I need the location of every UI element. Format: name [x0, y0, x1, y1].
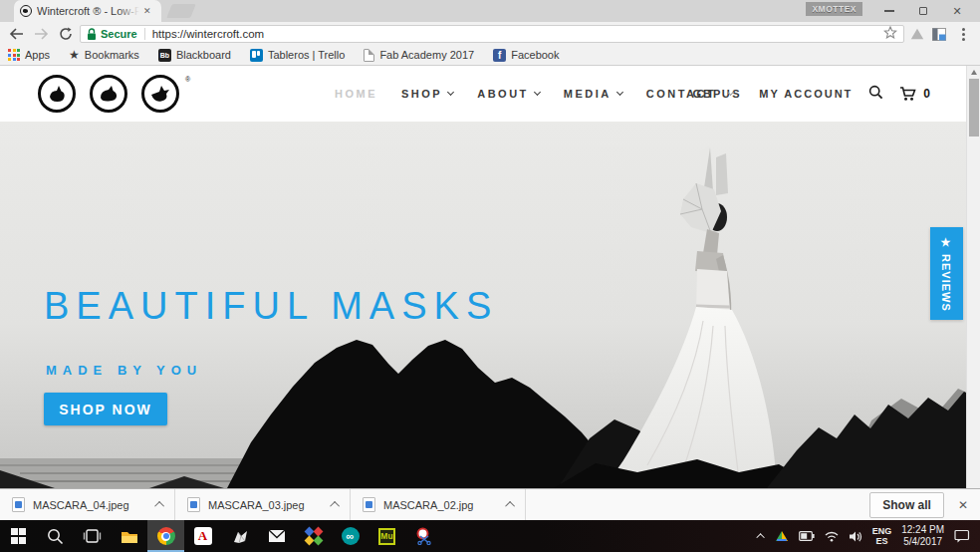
- webpage-viewport: ® HOME SHOP ABOUT MEDIA CONTACT US GBP M…: [0, 66, 980, 488]
- browser-tab[interactable]: Wintercroft ® - Low-Pol ✕: [14, 0, 161, 22]
- show-all-button[interactable]: Show all: [869, 492, 944, 518]
- download-item[interactable]: MASCARA_02.jpg: [351, 489, 526, 520]
- main-nav: HOME SHOP ABOUT MEDIA CONTACT US: [335, 66, 742, 122]
- bird-logo-icon: [141, 75, 179, 113]
- reviews-tab[interactable]: ★ REVIEWS: [930, 227, 963, 320]
- download-item[interactable]: MASCARA_03.jpeg: [175, 489, 351, 520]
- refresh-icon: [59, 27, 73, 41]
- bookmark-trello[interactable]: Tableros | Trello: [250, 49, 345, 62]
- forward-arrow-icon: [34, 28, 49, 40]
- download-item[interactable]: MASCARA_04.jpeg: [0, 489, 175, 520]
- taskbar-search-button[interactable]: [37, 520, 74, 552]
- bookmark-bookmarks[interactable]: ★ Bookmarks: [69, 49, 139, 61]
- folder-icon: [121, 529, 138, 544]
- color-diamonds-app-button[interactable]: [295, 520, 332, 552]
- bookmark-fab-academy[interactable]: Fab Academy 2017: [364, 49, 474, 62]
- new-tab-button[interactable]: [166, 4, 196, 18]
- nav-label: MEDIA: [564, 88, 612, 100]
- chrome-icon: [157, 527, 175, 545]
- site-favicon-icon: [20, 5, 32, 17]
- autocad-icon: A: [194, 527, 212, 545]
- mail-button[interactable]: [258, 520, 295, 552]
- minimize-button[interactable]: [874, 0, 904, 22]
- nav-label: SHOP: [401, 88, 442, 100]
- tab-title: Wintercroft ® - Low-Pol: [37, 5, 139, 17]
- registered-mark: ®: [185, 76, 190, 83]
- scrollbar-thumb[interactable]: [969, 79, 979, 137]
- papercraft-icon: [231, 528, 249, 545]
- site-logos[interactable]: ®: [38, 75, 190, 113]
- url-text[interactable]: https://wintercroft.com: [152, 28, 264, 40]
- craft-scissors-app-button[interactable]: [405, 520, 442, 552]
- task-view-button[interactable]: [74, 520, 111, 552]
- bookmark-star-button[interactable]: [883, 25, 897, 43]
- address-bar[interactable]: Secure https://wintercroft.com: [80, 25, 904, 43]
- bookmark-facebook[interactable]: f Facebook: [493, 49, 559, 62]
- drive-extension-button[interactable]: [908, 26, 926, 42]
- bookmark-apps[interactable]: Apps: [8, 49, 50, 61]
- nav-home[interactable]: HOME: [335, 88, 377, 100]
- bookmark-label: Fab Academy 2017: [379, 49, 474, 61]
- chrome-taskbar-button[interactable]: [147, 520, 184, 552]
- bookmark-label: Tableros | Trello: [268, 49, 345, 61]
- account-label: MY ACCOUNT: [759, 88, 853, 100]
- action-center-icon[interactable]: [954, 529, 970, 543]
- mu-editor-button[interactable]: Mu: [368, 520, 405, 552]
- tab-close-icon[interactable]: ✕: [143, 6, 151, 16]
- scroll-up-arrow-icon[interactable]: [971, 70, 977, 75]
- google-drive-icon[interactable]: [775, 530, 789, 543]
- hidden-icons-chevron-icon[interactable]: [756, 533, 764, 541]
- refresh-button[interactable]: [56, 24, 76, 44]
- task-view-icon: [83, 529, 102, 543]
- cart-button[interactable]: 0: [899, 87, 930, 102]
- close-icon: ✕: [952, 5, 961, 18]
- page-scrollbar[interactable]: [966, 66, 980, 488]
- download-filename: MASCARA_02.jpg: [383, 499, 474, 511]
- search-button[interactable]: [868, 85, 883, 104]
- star-outline-icon: [883, 26, 897, 39]
- search-icon: [868, 85, 883, 100]
- panel-extension-button[interactable]: [930, 26, 948, 42]
- window-badge: XMOTTEX: [806, 2, 862, 16]
- language-indicator[interactable]: ENG ES: [872, 526, 892, 546]
- chevron-up-icon[interactable]: [330, 501, 340, 511]
- bookmark-blackboard[interactable]: Bb Blackboard: [158, 49, 231, 62]
- page-icon: [364, 49, 374, 62]
- nav-label: HOME: [335, 88, 377, 100]
- file-explorer-button[interactable]: [111, 520, 147, 552]
- windows-logo-icon: [11, 528, 27, 544]
- autocad-button[interactable]: A: [184, 520, 221, 552]
- padlock-icon: [87, 28, 97, 41]
- pepakura-button[interactable]: [221, 520, 258, 552]
- forward-button[interactable]: [31, 24, 51, 44]
- image-file-icon: [187, 497, 200, 512]
- nav-media[interactable]: MEDIA: [564, 88, 622, 100]
- nav-about[interactable]: ABOUT: [477, 88, 540, 100]
- rabbit-logo-icon: [38, 75, 76, 113]
- clock[interactable]: 12:24 PM 5/4/2017: [901, 524, 944, 548]
- shop-now-button[interactable]: SHOP NOW: [44, 393, 167, 425]
- downloads-close-icon[interactable]: ✕: [958, 498, 968, 512]
- chevron-up-icon[interactable]: [154, 501, 164, 511]
- maximize-button[interactable]: [908, 0, 938, 22]
- search-icon: [47, 528, 64, 545]
- back-button[interactable]: [6, 24, 26, 44]
- split-panel-icon: [932, 28, 946, 41]
- close-window-button[interactable]: ✕: [942, 0, 972, 22]
- speaker-icon[interactable]: [849, 530, 862, 543]
- facebook-icon: f: [493, 49, 506, 62]
- system-tray: ENG ES 12:24 PM 5/4/2017: [759, 520, 980, 552]
- download-filename: MASCARA_04.jpeg: [33, 499, 129, 511]
- browser-titlebar: Wintercroft ® - Low-Pol ✕ XMOTTEX ✕: [0, 0, 980, 22]
- wifi-icon[interactable]: [825, 530, 839, 542]
- nav-label: ABOUT: [477, 88, 529, 100]
- bookmarks-bar: Apps ★ Bookmarks Bb Blackboard Tableros …: [0, 45, 980, 66]
- browser-menu-button[interactable]: [954, 26, 972, 42]
- arduino-button[interactable]: ∞: [332, 520, 368, 552]
- my-account-link[interactable]: MY ACCOUNT: [759, 88, 853, 100]
- start-button[interactable]: [0, 520, 37, 552]
- battery-icon[interactable]: [799, 530, 815, 542]
- chevron-up-icon[interactable]: [505, 501, 515, 511]
- currency-select[interactable]: GBP: [693, 88, 734, 100]
- nav-shop[interactable]: SHOP: [401, 88, 453, 100]
